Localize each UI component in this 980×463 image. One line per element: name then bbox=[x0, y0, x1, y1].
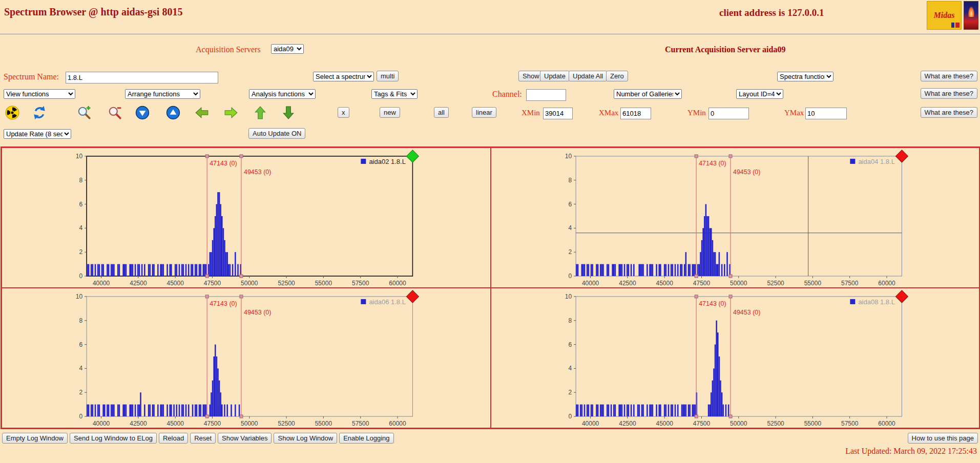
reset-button[interactable]: Reset bbox=[190, 433, 216, 444]
spectrum-chart: 47143 (0)49453 (0)4000042500450004750050… bbox=[2, 288, 490, 428]
marker-handle-bottom[interactable] bbox=[695, 275, 698, 278]
empty-log-window-button[interactable]: Empty Log Window bbox=[2, 433, 68, 444]
spectrum-select[interactable]: Select a spectrum bbox=[313, 72, 374, 81]
panel-status-diamond[interactable] bbox=[895, 150, 908, 162]
circle-arrow-up-icon[interactable] bbox=[166, 106, 180, 120]
marker-handle-bottom[interactable] bbox=[205, 275, 208, 278]
ymax-input[interactable] bbox=[805, 108, 847, 119]
marker-handle-top[interactable] bbox=[205, 295, 208, 298]
marker-handle-bottom[interactable] bbox=[240, 275, 243, 278]
y-tick-label: 4 bbox=[79, 365, 82, 372]
y-tick-label: 0 bbox=[568, 413, 572, 420]
marker-handle-top[interactable] bbox=[728, 155, 732, 158]
layout-select[interactable]: Layout ID=4 bbox=[736, 89, 783, 99]
spectrum-chart: 47143 (0)49453 (0)4000042500450004750050… bbox=[2, 148, 490, 287]
panel-status-diamond[interactable] bbox=[895, 290, 908, 303]
xmax-input[interactable] bbox=[620, 108, 651, 119]
arrow-left-icon[interactable] bbox=[195, 106, 209, 120]
how-to-use-button[interactable]: How to use this page bbox=[908, 433, 978, 444]
midas-logo: Midas bbox=[927, 1, 962, 30]
tags-fits-select[interactable]: Tags & Fits bbox=[371, 89, 418, 99]
panel-status-diamond[interactable] bbox=[406, 150, 419, 162]
marker-handle-top[interactable] bbox=[728, 295, 732, 298]
reload-button[interactable]: Reload bbox=[159, 433, 188, 444]
spectrum-name-input[interactable] bbox=[66, 72, 218, 83]
y-tick-label: 0 bbox=[568, 272, 572, 280]
what-are-these-button-2[interactable]: What are these? bbox=[921, 88, 977, 99]
arrange-functions-select[interactable]: Arrange functions bbox=[125, 89, 200, 99]
spectrum-chart: 47143 (0)49453 (0)4000042500450004750050… bbox=[491, 148, 979, 287]
x-tick-label: 52500 bbox=[767, 280, 784, 287]
y-tick-label: 10 bbox=[565, 293, 572, 300]
marker-handle-bottom[interactable] bbox=[728, 415, 732, 418]
spectrum-panel-aida04[interactable]: 47143 (0)49453 (0)4000042500450004750050… bbox=[491, 148, 980, 288]
update-button[interactable]: Update bbox=[540, 71, 570, 81]
panel-status-diamond[interactable] bbox=[406, 290, 419, 303]
y-tick-label: 2 bbox=[79, 389, 82, 396]
send-log-to-elog-button[interactable]: Send Log Window to ELog bbox=[70, 433, 157, 444]
update-rate-select[interactable]: Update Rate (8 secs) bbox=[4, 129, 71, 139]
what-are-these-button-1[interactable]: What are these? bbox=[921, 71, 977, 81]
arrow-down-icon[interactable] bbox=[281, 106, 296, 120]
y-tick-label: 6 bbox=[568, 201, 572, 208]
arrow-up-icon[interactable] bbox=[253, 106, 267, 120]
marker-handle-top[interactable] bbox=[695, 155, 698, 158]
spectra-functions-select[interactable]: Spectra functions bbox=[777, 72, 833, 81]
show-variables-button[interactable]: Show Variables bbox=[218, 433, 272, 444]
radiation-icon[interactable] bbox=[5, 106, 19, 120]
marker-handle-top[interactable] bbox=[240, 155, 243, 158]
y-tick-label: 10 bbox=[565, 153, 572, 160]
marker-handle-bottom[interactable] bbox=[728, 275, 732, 278]
y-tick-label: 4 bbox=[568, 224, 572, 232]
marker-handle-bottom[interactable] bbox=[205, 415, 208, 418]
spectrum-chart: 47143 (0)49453 (0)4000042500450004750050… bbox=[491, 288, 979, 428]
x-tick-label: 57500 bbox=[352, 280, 369, 287]
arrow-up-glyph bbox=[253, 106, 267, 120]
galleries-select[interactable]: Number of Galleries bbox=[614, 89, 682, 99]
x-tick-label: 45000 bbox=[167, 280, 184, 287]
ymin-input[interactable] bbox=[708, 108, 749, 119]
spectrum-panel-aida02[interactable]: 47143 (0)49453 (0)4000042500450004750050… bbox=[2, 148, 491, 288]
analysis-functions-select[interactable]: Analysis functions bbox=[249, 89, 316, 99]
circle-arrow-down-icon[interactable] bbox=[135, 106, 150, 120]
x-tick-label: 57500 bbox=[841, 420, 858, 427]
marker-handle-bottom[interactable] bbox=[240, 415, 243, 418]
functions-row: View functions Arrange functions Analysi… bbox=[0, 88, 980, 102]
what-are-these-button-3[interactable]: What are these? bbox=[921, 107, 977, 118]
arrow-right-icon[interactable] bbox=[224, 106, 238, 120]
acquisition-servers-select[interactable]: aida09 bbox=[271, 44, 304, 54]
y-tick-label: 8 bbox=[568, 317, 572, 324]
refresh-icon[interactable] bbox=[32, 106, 47, 120]
view-functions-select[interactable]: View functions bbox=[4, 89, 75, 99]
x-tick-label: 52500 bbox=[278, 280, 295, 287]
channel-input[interactable] bbox=[526, 89, 566, 101]
marker-handle-top[interactable] bbox=[695, 295, 698, 298]
zoom-in-icon[interactable] bbox=[77, 106, 91, 120]
auto-update-button[interactable]: Auto Update ON bbox=[248, 128, 305, 139]
linear-button[interactable]: linear bbox=[472, 107, 496, 118]
zero-button[interactable]: Zero bbox=[606, 71, 628, 81]
zoom-out-icon[interactable] bbox=[108, 106, 122, 120]
multi-button[interactable]: multi bbox=[377, 71, 399, 81]
x-tick-label: 50000 bbox=[730, 280, 747, 287]
marker-handle-top[interactable] bbox=[240, 295, 243, 298]
marker-label: 49453 (0) bbox=[244, 169, 272, 176]
x-tick-label: 40000 bbox=[93, 420, 110, 427]
y-tick-label: 4 bbox=[568, 365, 572, 372]
update-all-button[interactable]: Update All bbox=[569, 71, 607, 81]
x-tick-label: 52500 bbox=[767, 420, 784, 427]
marker-handle-top[interactable] bbox=[205, 155, 208, 158]
show-log-window-button[interactable]: Show Log Window bbox=[274, 433, 337, 444]
arrow-down-glyph bbox=[281, 106, 296, 120]
xmin-input[interactable] bbox=[543, 108, 573, 119]
marker-handle-bottom[interactable] bbox=[695, 415, 698, 418]
enable-logging-button[interactable]: Enable Logging bbox=[339, 433, 393, 444]
x-button[interactable]: x bbox=[338, 107, 349, 118]
all-button[interactable]: all bbox=[434, 107, 449, 118]
marker-label: 47143 (0) bbox=[699, 300, 726, 307]
spectrum-panel-aida06[interactable]: 47143 (0)49453 (0)4000042500450004750050… bbox=[2, 288, 491, 428]
legend-label: aida02 1.8.L bbox=[369, 158, 406, 165]
facility-logo bbox=[964, 1, 978, 30]
spectrum-panel-aida08[interactable]: 47143 (0)49453 (0)4000042500450004750050… bbox=[491, 288, 980, 428]
new-button[interactable]: new bbox=[380, 107, 400, 118]
